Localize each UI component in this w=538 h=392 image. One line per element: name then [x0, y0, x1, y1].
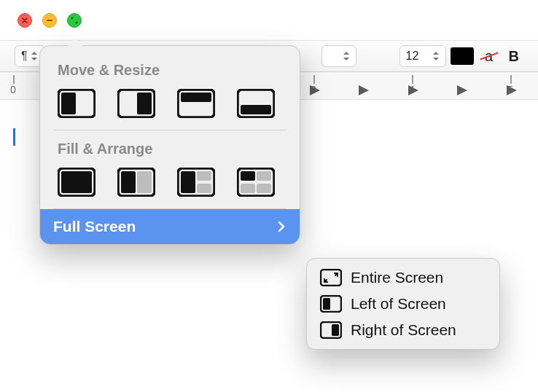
text-caret — [13, 128, 15, 146]
split-quad-icon[interactable] — [237, 168, 275, 197]
svg-rect-20 — [257, 171, 271, 181]
window-traffic-lights — [17, 13, 82, 28]
tile-right-icon — [320, 321, 342, 339]
svg-rect-14 — [181, 171, 195, 193]
svg-rect-9 — [61, 171, 92, 193]
svg-rect-7 — [241, 105, 271, 114]
ruler-tab-marker[interactable] — [507, 85, 517, 95]
svg-rect-22 — [321, 270, 341, 286]
strikethrough-toggle[interactable]: a — [478, 45, 500, 67]
tile-left-icon[interactable] — [58, 89, 95, 118]
ruler-tab-marker[interactable] — [408, 85, 418, 95]
bold-toggle[interactable]: B — [504, 48, 523, 65]
svg-rect-18 — [241, 171, 255, 181]
maximize-window-button[interactable] — [67, 13, 82, 28]
svg-rect-1 — [61, 93, 76, 114]
section-title-move-resize: Move & Resize — [58, 62, 286, 79]
text-color-swatch[interactable] — [451, 47, 474, 65]
submenu-item-right-of-screen[interactable]: Right of Screen — [316, 317, 491, 343]
font-family-dropdown[interactable] — [321, 45, 356, 67]
fill-arrange-row — [53, 166, 286, 208]
full-screen-label: Full Screen — [53, 218, 136, 235]
updown-icon — [343, 51, 350, 61]
submenu-label: Left of Screen — [351, 295, 446, 313]
full-screen-menu-item[interactable]: Full Screen — [40, 209, 300, 244]
updown-icon — [31, 51, 38, 61]
svg-rect-11 — [121, 171, 136, 193]
svg-rect-21 — [257, 184, 271, 193]
full-screen-submenu: Entire Screen Left of Screen Right of Sc… — [306, 258, 500, 350]
tile-left-icon — [320, 295, 342, 313]
font-size-value: 12 — [406, 50, 419, 63]
svg-rect-26 — [332, 324, 339, 336]
ruler-tab-marker[interactable] — [457, 85, 467, 95]
tile-right-icon[interactable] — [117, 89, 155, 118]
svg-rect-15 — [197, 171, 211, 181]
submenu-item-entire-screen[interactable]: Entire Screen — [316, 264, 491, 291]
svg-rect-5 — [181, 93, 211, 102]
ruler-tab-marker[interactable] — [310, 85, 320, 95]
svg-rect-12 — [137, 171, 152, 193]
section-title-fill-arrange: Fill & Arrange — [58, 141, 286, 157]
chevron-right-icon — [276, 218, 286, 235]
split-3up-icon[interactable] — [177, 168, 215, 197]
tile-bottom-icon[interactable] — [237, 89, 275, 118]
svg-rect-16 — [197, 184, 211, 193]
split-left-dim-icon[interactable] — [117, 168, 155, 197]
font-size-stepper[interactable]: 12 — [399, 45, 446, 67]
fill-full-icon[interactable] — [58, 168, 95, 197]
ruler-tab-marker[interactable] — [359, 85, 369, 95]
pilcrow-icon: ¶ — [21, 50, 28, 63]
minimize-window-button[interactable] — [42, 13, 57, 28]
window-tiling-popover: Move & Resize Fill & Arrange Full Scr — [39, 45, 300, 245]
fullscreen-arrows-icon — [320, 269, 342, 286]
svg-rect-19 — [241, 184, 255, 193]
submenu-label: Right of Screen — [351, 321, 456, 339]
svg-rect-3 — [137, 93, 152, 114]
tile-top-icon[interactable] — [177, 89, 215, 118]
divider — [53, 130, 286, 130]
ruler-number: 0 — [10, 84, 16, 95]
updown-icon — [432, 51, 440, 61]
svg-rect-24 — [323, 298, 330, 310]
move-resize-row — [53, 87, 286, 130]
submenu-item-left-of-screen[interactable]: Left of Screen — [316, 291, 491, 317]
submenu-label: Entire Screen — [351, 269, 443, 286]
close-window-button[interactable] — [17, 13, 32, 28]
